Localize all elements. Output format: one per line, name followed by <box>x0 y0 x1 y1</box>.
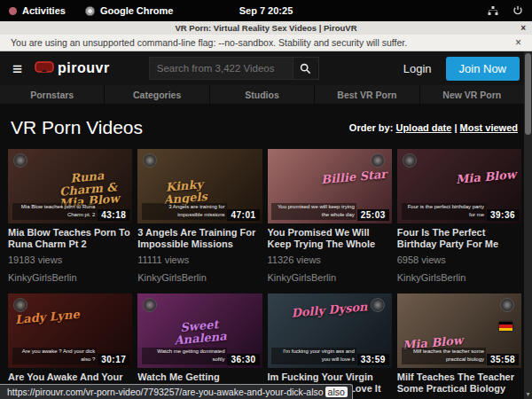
network-icon[interactable] <box>488 6 498 16</box>
duration-badge: 35:58 <box>487 354 519 365</box>
nav-item-studios[interactable]: Studios <box>210 85 315 104</box>
thumbnail-overlay-title: Sweet Analena <box>160 317 239 348</box>
view-count: 11111 views <box>137 254 262 265</box>
system-top-bar: Activities Google Chrome Sep 7 20:25 <box>0 0 532 21</box>
view-count: 11326 views <box>268 254 392 265</box>
video-title[interactable]: 3 Angels Are Training For Impossible Mis… <box>137 227 262 249</box>
thumbnail-caption: Milf teaches the teacher some practical … <box>402 348 486 364</box>
video-card[interactable]: Mia Blow Milf teaches the teacher some p… <box>397 293 521 399</box>
join-now-button[interactable]: Join Now <box>446 57 520 81</box>
video-title[interactable]: Milf Teaches The Teacher Some Practical … <box>397 372 521 394</box>
video-title[interactable]: Mia Blow Teaches Porn To Runa Charm Pt 2 <box>8 227 132 249</box>
logo-goggles-icon <box>35 60 54 76</box>
video-thumbnail[interactable]: Billie Star You promised we will keep tr… <box>268 149 392 223</box>
browser-tab[interactable]: VR Porn: Virtual Reality Sex Videos | Pi… <box>0 21 532 35</box>
page-scrollbar[interactable]: ▾ <box>524 51 532 399</box>
view-count: 6958 views <box>397 254 521 265</box>
order-separator: | <box>451 122 459 133</box>
video-thumbnail[interactable]: Sweet Analena Watch me getting dominated… <box>137 293 262 368</box>
status-bubble: https://pirouvr.com/vr-porn-video/779325… <box>0 384 353 399</box>
thumbnail-caption: Mia Blow teaches porn to Runa Charm pt. … <box>12 203 97 220</box>
warning-close-icon[interactable]: × <box>515 36 521 49</box>
duration-badge: 39:36 <box>487 209 519 221</box>
studio-link[interactable]: KinkyGirlsBerlin <box>137 272 262 283</box>
page-title: VR Porn Videos <box>11 117 143 138</box>
duration-badge: 30:17 <box>98 354 129 365</box>
tab-title: VR Porn: Virtual Reality Sex Videos | Pi… <box>0 23 532 33</box>
studio-logo-icon <box>403 153 417 168</box>
login-link[interactable]: Login <box>403 62 432 75</box>
studio-link[interactable]: KinkyGirlsBerlin <box>268 272 392 283</box>
browser-viewport: ≡ pirouvr Login Join Now Pornstars <box>0 51 532 399</box>
scroll-down-arrow[interactable]: ▾ <box>524 390 532 399</box>
thumbnail-caption: Watch me getting dominated softly <box>142 348 226 364</box>
sandbox-warning-bar: You are using an unsupported command-lin… <box>0 35 532 51</box>
status-url: https://pirouvr.com/vr-porn-video/779325… <box>7 387 324 397</box>
order-by: Order by: Upload date | Most viewed <box>349 122 518 133</box>
thumbnail-overlay-title: Mia Blow <box>455 168 516 186</box>
studio-logo-icon <box>143 153 157 168</box>
warning-text: You are using an unsupported command-lin… <box>11 37 407 48</box>
duration-badge: 43:18 <box>98 209 129 221</box>
main-nav: Pornstars Categories Studios Best VR Por… <box>0 85 524 104</box>
order-upload-date-link[interactable]: Upload date <box>395 122 451 133</box>
thumbnail-caption: Four is the perfect birthday party for m… <box>402 203 486 220</box>
nav-item-categories[interactable]: Categories <box>105 85 209 104</box>
duration-badge: 36:30 <box>227 354 259 365</box>
menu-icon[interactable]: ≡ <box>12 60 22 77</box>
video-title[interactable]: You Promised We Will Keep Trying The Who… <box>268 227 392 249</box>
video-card[interactable]: Kinky Angels 3 Angels are training for i… <box>137 149 262 283</box>
power-icon[interactable] <box>512 5 523 16</box>
studio-logo-icon <box>13 298 27 312</box>
order-most-viewed-link[interactable]: Most viewed <box>460 122 518 133</box>
video-card[interactable]: Billie Star You promised we will keep tr… <box>268 149 392 283</box>
nav-item-best-vr-porn[interactable]: Best VR Porn <box>315 85 419 104</box>
video-thumbnail[interactable]: Lady Lyne Are you awake ? And your dick … <box>8 293 132 368</box>
studio-link[interactable]: KinkyGirlsBerlin <box>397 272 521 283</box>
search-group <box>149 57 319 80</box>
german-flag-icon <box>499 322 512 331</box>
thumbnail-overlay-title: Lady Lyne <box>15 309 81 326</box>
scrollbar-thumb[interactable] <box>525 53 531 135</box>
nav-item-new-vr-porn[interactable]: New VR Porn <box>420 85 524 104</box>
order-by-label: Order by: <box>349 122 394 133</box>
duration-badge: 25:03 <box>357 209 389 221</box>
video-thumbnail[interactable]: Dolly Dyson I'm fucking your virgin ass … <box>268 293 392 368</box>
video-card[interactable]: Runa Charm & Mia Blow Mia Blow teaches p… <box>8 149 132 283</box>
duration-badge: 47:01 <box>227 209 259 221</box>
duration-badge: 33:59 <box>357 354 389 365</box>
studio-logo-icon <box>371 298 385 312</box>
thumbnail-overlay-title: Billie Star <box>320 168 387 186</box>
site-logo[interactable]: pirouvr <box>35 60 110 76</box>
view-count: 19183 views <box>8 254 132 265</box>
nav-item-pornstars[interactable]: Pornstars <box>0 85 105 104</box>
search-input[interactable] <box>149 57 293 80</box>
clock[interactable]: Sep 7 20:25 <box>0 5 532 16</box>
video-thumbnail[interactable]: Kinky Angels 3 Angels are training for i… <box>137 149 262 223</box>
thumbnail-caption: You promised we will keep trying the who… <box>271 203 356 220</box>
studio-link[interactable]: KinkyGirlsBerlin <box>8 272 132 283</box>
video-grid: Runa Charm & Mia Blow Mia Blow teaches p… <box>0 149 532 399</box>
studio-logo-icon <box>13 153 27 168</box>
video-title[interactable]: Four Is The Perfect Birthday Party For M… <box>397 227 521 249</box>
video-thumbnail[interactable]: Runa Charm & Mia Blow Mia Blow teaches p… <box>8 149 132 223</box>
site-header: ≡ pirouvr Login Join Now <box>0 51 532 85</box>
thumbnail-caption: Are you awake ? And your dick also ? <box>12 348 97 364</box>
studio-logo-icon <box>143 298 157 312</box>
thumbnail-caption: I'm fucking your virgin ass and you will… <box>271 348 356 364</box>
video-thumbnail[interactable]: Mia Blow Four is the perfect birthday pa… <box>397 149 521 223</box>
studio-logo-icon <box>500 298 514 312</box>
video-card[interactable]: Mia Blow Four is the perfect birthday pa… <box>397 149 521 283</box>
video-thumbnail[interactable]: Mia Blow Milf teaches the teacher some p… <box>397 293 521 368</box>
status-url-tail: also <box>325 387 348 397</box>
thumbnail-caption: 3 Angels are training for impossible mis… <box>142 203 226 220</box>
studio-logo-icon <box>371 153 385 168</box>
logo-text: pirouvr <box>58 60 110 76</box>
thumbnail-overlay-title: Dolly Dyson <box>291 301 369 319</box>
search-button[interactable] <box>293 57 319 80</box>
tab-close-icon[interactable]: × <box>520 21 526 35</box>
